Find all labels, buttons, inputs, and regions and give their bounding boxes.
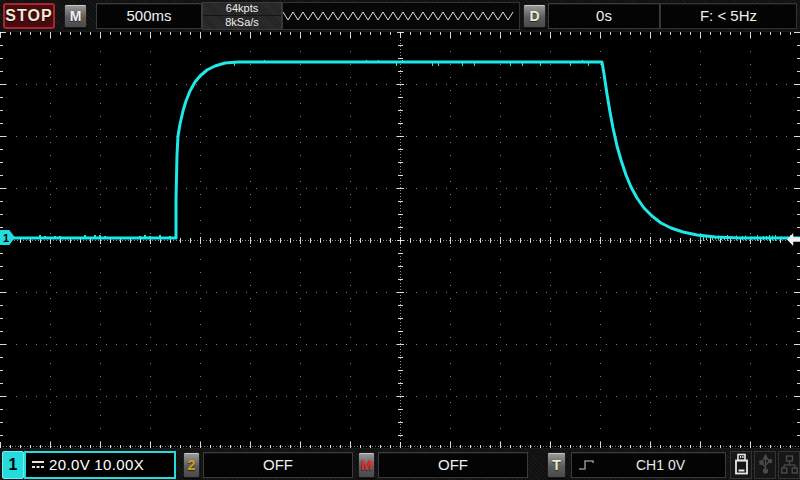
memory-depth: 64kpts xyxy=(203,2,281,15)
status-icon-tray xyxy=(730,451,800,479)
sample-rate: 8kSa/s xyxy=(203,15,281,29)
lan-icon xyxy=(778,451,800,479)
ch1-settings-readout[interactable]: 20.0V 10.00X xyxy=(24,451,176,479)
frequency-counter-readout: F: < 5Hz xyxy=(660,3,797,29)
math-status-readout[interactable]: OFF xyxy=(378,452,528,478)
trigger-status-readout[interactable]: CH1 0V xyxy=(571,452,726,478)
math-button[interactable]: M xyxy=(358,452,375,478)
waveform-grid-canvas xyxy=(0,32,800,448)
ch2-button[interactable]: 2 xyxy=(183,452,200,478)
record-preview-waveform-icon xyxy=(283,4,517,28)
top-status-bar: STOP M 500ms 64kpts 8kSa/s D 0s F: < 5Hz xyxy=(0,0,800,32)
trigger-menu-button[interactable]: T xyxy=(547,452,566,478)
run-stop-button[interactable]: STOP xyxy=(3,3,55,29)
horizontal-offset-readout[interactable]: 0s xyxy=(548,3,660,29)
horizontal-menu-button[interactable]: M xyxy=(64,4,87,28)
dc-coupling-icon xyxy=(31,459,45,470)
scope-display: 1 xyxy=(0,32,800,448)
rising-edge-icon xyxy=(578,458,596,472)
ch1-button[interactable]: 1 xyxy=(2,451,24,479)
record-preview-strip xyxy=(282,2,520,30)
acquisition-readout: 64kpts 8kSa/s xyxy=(202,2,282,30)
trigger-source-level: CH1 0V xyxy=(596,457,725,473)
display-menu-button[interactable]: D xyxy=(523,4,546,28)
ch1-probe-attenuation: 10.00X xyxy=(94,456,144,473)
usb-device-icon xyxy=(730,451,752,479)
bottom-status-bar: 1 20.0V 10.00X 2 OFF M OFF T CH1 0V xyxy=(0,448,800,480)
timebase-readout[interactable]: 500ms xyxy=(96,3,202,29)
usb-host-icon xyxy=(754,451,776,479)
ch1-volts-per-div: 20.0V xyxy=(49,456,90,473)
ch2-status-readout[interactable]: OFF xyxy=(203,452,353,478)
